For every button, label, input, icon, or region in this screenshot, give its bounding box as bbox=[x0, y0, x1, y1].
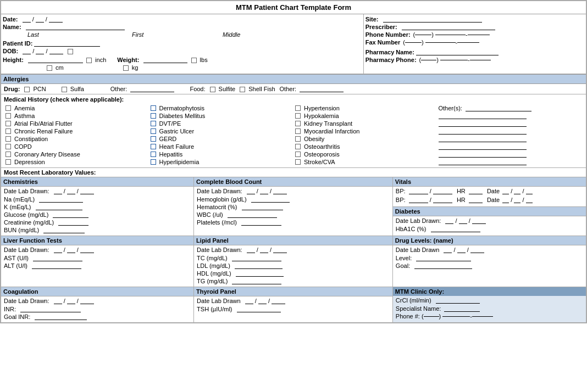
afib-checkbox[interactable] bbox=[5, 121, 11, 126]
copd-checkbox[interactable] bbox=[5, 144, 11, 149]
hdl-value[interactable] bbox=[236, 276, 284, 277]
asthma-checkbox[interactable] bbox=[5, 113, 11, 119]
diab-date-d[interactable] bbox=[459, 223, 467, 224]
drug-goal-value[interactable] bbox=[414, 268, 472, 269]
weight-value[interactable] bbox=[143, 63, 187, 63]
chem-date-m[interactable] bbox=[54, 194, 62, 194]
fax-ext[interactable] bbox=[457, 42, 479, 43]
hypokalemia-checkbox[interactable] bbox=[295, 113, 301, 119]
date-day[interactable] bbox=[36, 22, 44, 23]
inch-checkbox[interactable] bbox=[86, 58, 92, 63]
creatinine-value[interactable] bbox=[58, 225, 88, 226]
drug-date-y[interactable] bbox=[470, 253, 484, 253]
cbc-date-m[interactable] bbox=[247, 194, 255, 194]
diab-date-y[interactable] bbox=[472, 223, 486, 224]
others-value-2[interactable] bbox=[439, 119, 527, 119]
bp1-date-d[interactable] bbox=[514, 194, 520, 194]
date-year[interactable] bbox=[49, 22, 63, 23]
specialist-value[interactable] bbox=[444, 311, 480, 312]
liver-date-m[interactable] bbox=[54, 253, 62, 253]
fax-main[interactable] bbox=[425, 42, 456, 43]
cm-checkbox[interactable] bbox=[47, 65, 52, 71]
osteoporosis-checkbox[interactable] bbox=[295, 152, 301, 157]
depression-checkbox[interactable] bbox=[5, 159, 11, 165]
lbs-checkbox[interactable] bbox=[191, 58, 197, 63]
other-food-value[interactable] bbox=[300, 92, 344, 92]
bp1-dia[interactable] bbox=[433, 194, 452, 194]
thyroid-date-d[interactable] bbox=[258, 304, 267, 304]
coag-date-m[interactable] bbox=[54, 304, 62, 304]
kidney-checkbox[interactable] bbox=[295, 121, 301, 126]
gastric-checkbox[interactable] bbox=[151, 128, 156, 134]
checkbox-dob[interactable] bbox=[68, 49, 73, 54]
pharmacy-phone-main[interactable] bbox=[440, 60, 468, 60]
sulfa-checkbox[interactable] bbox=[62, 87, 67, 92]
inr-value[interactable] bbox=[20, 312, 81, 312]
gerd-checkbox[interactable] bbox=[151, 136, 156, 142]
bp1-date-m[interactable] bbox=[502, 194, 509, 194]
mi-checkbox[interactable] bbox=[295, 128, 301, 134]
htn-checkbox[interactable] bbox=[295, 105, 301, 111]
wbc-value[interactable] bbox=[228, 217, 277, 218]
osteoarthritis-checkbox[interactable] bbox=[295, 144, 301, 149]
hyperlipidemia-checkbox[interactable] bbox=[151, 159, 156, 165]
others-value-5[interactable] bbox=[439, 142, 527, 142]
dob-month[interactable] bbox=[23, 54, 31, 54]
diabetes-checkbox[interactable] bbox=[151, 113, 156, 119]
tg-value[interactable] bbox=[232, 284, 281, 284]
name-field[interactable] bbox=[26, 30, 125, 30]
drug-date-m[interactable] bbox=[444, 253, 452, 253]
anemia-checkbox[interactable] bbox=[5, 105, 11, 111]
thyroid-date-y[interactable] bbox=[272, 304, 285, 304]
chem-date-d[interactable] bbox=[67, 194, 75, 194]
others-value-8[interactable] bbox=[439, 165, 527, 165]
bp1-date-y[interactable] bbox=[526, 194, 533, 194]
site-value[interactable] bbox=[383, 22, 482, 23]
cad-checkbox[interactable] bbox=[5, 152, 11, 157]
cbc-date-y[interactable] bbox=[273, 194, 287, 194]
glucose-value[interactable] bbox=[53, 217, 88, 218]
shellfish-checkbox[interactable] bbox=[240, 87, 245, 92]
heartfailure-checkbox[interactable] bbox=[151, 144, 156, 149]
hr1-value[interactable] bbox=[469, 194, 483, 194]
pharmacy-phone-area[interactable] bbox=[421, 60, 436, 60]
patient-id-value[interactable] bbox=[34, 46, 100, 47]
bp2-dia[interactable] bbox=[433, 203, 452, 203]
tc-value[interactable] bbox=[232, 261, 281, 261]
drug-level-value[interactable] bbox=[416, 261, 471, 261]
lipid-date-m[interactable] bbox=[247, 253, 255, 253]
hr2-value[interactable] bbox=[469, 203, 483, 203]
other-allergy-value[interactable] bbox=[130, 92, 174, 92]
liver-date-y[interactable] bbox=[80, 253, 94, 253]
goal-inr-value[interactable] bbox=[35, 320, 87, 320]
stroke-checkbox[interactable] bbox=[295, 159, 301, 165]
others-value-1[interactable] bbox=[466, 111, 531, 111]
height-value[interactable] bbox=[28, 63, 83, 63]
ast-value[interactable] bbox=[33, 261, 82, 261]
bp1-sys[interactable] bbox=[409, 194, 428, 194]
mtm-phone-ext[interactable] bbox=[472, 316, 493, 317]
lipid-date-y[interactable] bbox=[273, 253, 287, 253]
prescriber-value[interactable] bbox=[402, 30, 495, 30]
bun-value[interactable] bbox=[43, 233, 85, 233]
alt-value[interactable] bbox=[32, 268, 81, 269]
pharmacy-name-value[interactable] bbox=[416, 49, 499, 55]
crcl-value[interactable] bbox=[436, 303, 480, 304]
bp2-date-m[interactable] bbox=[502, 203, 509, 203]
sulfite-checkbox[interactable] bbox=[210, 87, 215, 92]
kg-checkbox[interactable] bbox=[123, 65, 129, 71]
others-value-3[interactable] bbox=[439, 126, 527, 127]
platelets-value[interactable] bbox=[241, 225, 281, 226]
dermato-checkbox[interactable] bbox=[151, 105, 156, 111]
drug-date-d[interactable] bbox=[457, 253, 466, 253]
obesity-checkbox[interactable] bbox=[295, 136, 301, 142]
phone-area[interactable] bbox=[415, 35, 431, 35]
mtm-phone-main[interactable] bbox=[442, 316, 470, 317]
date-month[interactable] bbox=[23, 22, 31, 23]
hepatitis-checkbox[interactable] bbox=[151, 152, 156, 157]
dob-year[interactable] bbox=[49, 54, 63, 54]
diab-date-m[interactable] bbox=[445, 223, 453, 224]
coag-date-y[interactable] bbox=[80, 304, 94, 304]
bp2-date-y[interactable] bbox=[526, 203, 533, 203]
liver-date-d[interactable] bbox=[67, 253, 75, 253]
